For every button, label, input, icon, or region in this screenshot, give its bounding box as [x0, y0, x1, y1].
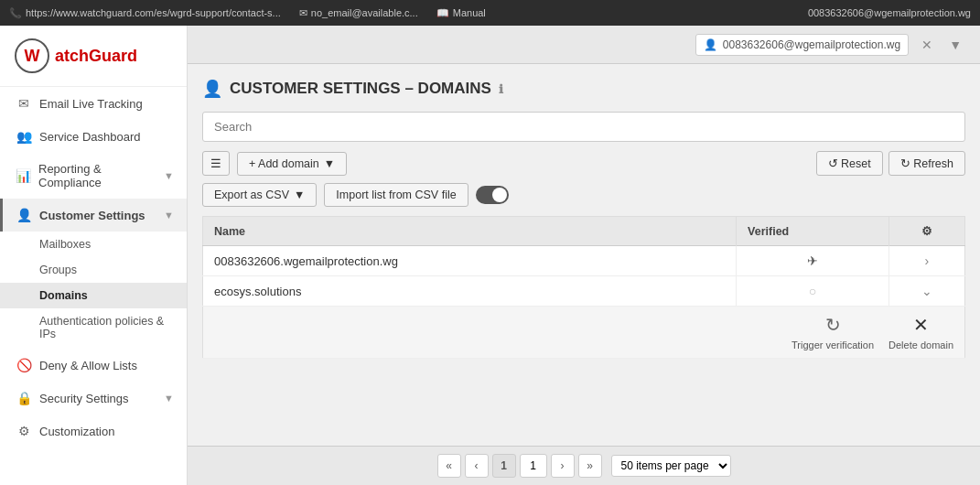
domain-name-2: ecosys.solutions — [203, 276, 737, 307]
trigger-label: Trigger verification — [792, 340, 874, 350]
refresh-button[interactable]: ↻ Refresh — [888, 151, 965, 176]
phone-icon: 📞 — [9, 7, 22, 19]
user-display: 0083632606@wgemailprotection.wg — [808, 7, 971, 18]
reset-button[interactable]: ↺ Reset — [816, 151, 883, 176]
user-badge-icon: 👤 — [704, 38, 717, 51]
logo-text: atchGuard — [55, 47, 137, 66]
col-name: Name — [203, 217, 737, 246]
page-title-icon: 👤 — [202, 79, 222, 99]
sidebar-item-mailboxes[interactable]: Mailboxes — [0, 232, 187, 257]
export-csv-label: Export as CSV — [214, 189, 289, 201]
security-chevron: ▼ — [164, 393, 174, 404]
customer-nav-icon: 👤 — [16, 208, 32, 222]
delete-icon: ✕ — [913, 314, 929, 336]
expand-icon-1: › — [925, 253, 930, 268]
search-input[interactable] — [202, 112, 965, 142]
page-next-button[interactable]: › — [551, 454, 575, 478]
sidebar-item-email-live-tracking[interactable]: ✉ Email Live Tracking — [0, 87, 187, 120]
verified-icon-2: ○ — [809, 284, 816, 298]
add-domain-label: + Add domain — [249, 157, 319, 170]
page-prev-button[interactable]: ‹ — [465, 454, 489, 478]
trigger-verification-button[interactable]: ↻ Trigger verification — [792, 314, 874, 350]
user-badge-text: 0083632606@wgemailprotection.wg — [723, 38, 900, 51]
info-icon[interactable]: ℹ — [499, 82, 503, 96]
book-icon: 📖 — [436, 7, 449, 19]
sidebar-item-security[interactable]: 🔒 Security Settings ▼ — [0, 382, 187, 415]
delete-domain-button[interactable]: ✕ Delete domain — [888, 314, 953, 350]
email-link[interactable]: ✉ no_email@available.c... — [299, 7, 418, 19]
dropdown-user-button[interactable]: ▼ — [945, 36, 965, 54]
page-first-button[interactable]: « — [437, 454, 461, 478]
page-last-button[interactable]: » — [578, 454, 602, 478]
support-link[interactable]: 📞 https://www.watchguard.com/es/wgrd-sup… — [9, 7, 281, 19]
pagination-bar: « ‹ 1 › » 50 items per page — [188, 446, 980, 485]
sidebar: W atchGuard ✉ Email Live Tracking 👥 Serv… — [0, 26, 188, 485]
col-verified: Verified — [737, 217, 889, 246]
export-csv-button[interactable]: Export as CSV ▼ — [202, 183, 317, 207]
email-icon: ✉ — [299, 7, 307, 19]
col-verified-label: Verified — [748, 225, 789, 238]
sidebar-item-customer-settings[interactable]: 👤 Customer Settings ▼ — [0, 199, 187, 232]
action-btn-group: ↻ Trigger verification ✕ Delete domain — [214, 314, 953, 350]
verified-icon-1: ✈ — [807, 253, 818, 268]
sidebar-item-domains[interactable]: Domains — [0, 283, 187, 308]
dashboard-nav-icon: 👥 — [16, 129, 32, 144]
page-number-button[interactable]: 1 — [492, 454, 516, 478]
domain-verified-1: ✈ — [737, 246, 889, 276]
domain-expand-2[interactable]: ⌄ — [888, 276, 964, 307]
main-content: 👤 0083632606@wgemailprotection.wg ✕ ▼ 👤 … — [188, 26, 980, 485]
page-title-container: 👤 CUSTOMER SETTINGS – DOMAINS ℹ — [202, 79, 965, 99]
reporting-chevron: ▼ — [164, 170, 174, 181]
toolbar-right: ↺ Reset ↻ Refresh — [816, 151, 965, 176]
action-row: ↻ Trigger verification ✕ Delete domain — [203, 307, 965, 359]
add-domain-chevron: ▼ — [324, 157, 335, 170]
per-page-select[interactable]: 50 items per page — [611, 455, 731, 477]
manual-link[interactable]: 📖 Manual — [436, 7, 486, 19]
export-csv-chevron: ▼ — [294, 189, 305, 201]
domains-table: Name Verified ⚙ 0083632606.wgemailprotec… — [202, 216, 965, 359]
sidebar-label-deny: Deny & Allow Lists — [39, 359, 137, 372]
deny-nav-icon: 🚫 — [16, 358, 32, 372]
security-nav-icon: 🔒 — [16, 391, 32, 405]
toolbar: ☰ + Add domain ▼ ↺ Reset ↻ Refresh — [202, 151, 965, 176]
sidebar-item-groups[interactable]: Groups — [0, 257, 187, 283]
import-csv-button[interactable]: Import list from CSV file — [324, 183, 468, 207]
sidebar-item-deny-allow[interactable]: 🚫 Deny & Allow Lists — [0, 349, 187, 382]
import-csv-label: Import list from CSV file — [336, 189, 456, 201]
sidebar-item-service-dashboard[interactable]: 👥 Service Dashboard — [0, 120, 187, 153]
table-row: ecosys.solutions ○ ⌄ — [203, 276, 965, 307]
sidebar-label-email: Email Live Tracking — [39, 97, 143, 111]
sidebar-label-custom: Customization — [39, 425, 114, 438]
sidebar-item-auth-policies[interactable]: Authentication policies & IPs — [0, 308, 187, 347]
page-input[interactable] — [520, 454, 547, 478]
domain-verified-2: ○ — [737, 276, 889, 307]
user-badge: 👤 0083632606@wgemailprotection.wg — [695, 34, 909, 56]
expand-icon-2: ⌄ — [921, 284, 932, 298]
sidebar-label-customer: Customer Settings — [39, 209, 145, 222]
col-settings[interactable]: ⚙ — [888, 217, 964, 246]
col-name-label: Name — [214, 225, 245, 238]
custom-nav-icon: ⚙ — [16, 424, 32, 438]
trigger-icon: ↻ — [825, 314, 841, 336]
page-title: CUSTOMER SETTINGS – DOMAINS — [230, 80, 491, 98]
domain-name-1: 0083632606.wgemailprotection.wg — [203, 246, 737, 276]
list-icon: ☰ — [210, 156, 221, 170]
email-nav-icon: ✉ — [16, 96, 32, 111]
sidebar-item-customization[interactable]: ⚙ Customization — [0, 415, 187, 447]
customer-chevron: ▼ — [164, 210, 174, 221]
add-domain-button[interactable]: + Add domain ▼ — [237, 152, 347, 176]
logo-circle: W — [15, 38, 49, 73]
sidebar-item-reporting[interactable]: 📊 Reporting & Compliance ▼ — [0, 153, 187, 199]
logo: W atchGuard — [0, 26, 187, 87]
import-toggle[interactable] — [476, 186, 509, 204]
sidebar-label-dashboard: Service Dashboard — [39, 130, 141, 144]
domain-expand-1[interactable]: › — [888, 246, 964, 276]
logo-w: W — [25, 47, 40, 66]
refresh-label: ↻ Refresh — [900, 156, 953, 170]
reporting-nav-icon: 📊 — [16, 168, 31, 183]
sidebar-label-reporting: Reporting & Compliance — [38, 162, 156, 189]
toolbar-row2: Export as CSV ▼ Import list from CSV fil… — [202, 183, 965, 207]
list-view-button[interactable]: ☰ — [202, 151, 230, 176]
close-user-button[interactable]: ✕ — [918, 36, 936, 54]
toolbar-left: ☰ + Add domain ▼ — [202, 151, 809, 176]
